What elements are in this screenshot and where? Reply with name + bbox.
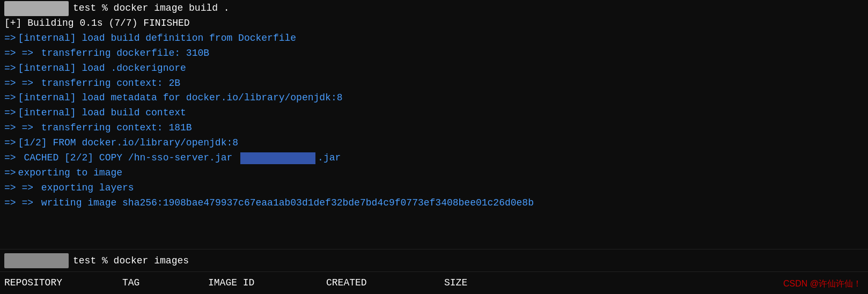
arrow-8: => bbox=[4, 136, 16, 151]
header-created: CREATED bbox=[326, 276, 444, 291]
copy-label: COPY /hn-sso-server.jar bbox=[99, 151, 238, 166]
arrow-1: => bbox=[4, 31, 16, 46]
step-content-6: [internal] load build context bbox=[18, 106, 186, 121]
header-image-id: IMAGE ID bbox=[208, 276, 326, 291]
step-content-1: [internal] load build definition from Do… bbox=[18, 31, 296, 46]
prompt-text-top: test % docker image build . bbox=[73, 1, 230, 16]
arrow-6: => bbox=[4, 106, 16, 121]
step-content-11: exporting layers bbox=[35, 181, 134, 196]
arrow-7: => => bbox=[4, 121, 33, 136]
cached-label: CACHED [2/2] bbox=[18, 151, 99, 166]
step-content-8: [1/2] FROM docker.io/library/openjdk:8 bbox=[18, 136, 238, 151]
terminal-window: test % docker image build . [+] Building… bbox=[0, 0, 868, 294]
arrow-5: => bbox=[4, 91, 16, 106]
line-step5: => [internal] load metadata for docker.i… bbox=[0, 91, 868, 106]
step-content-3: [internal] load .dockerignore bbox=[18, 61, 186, 76]
line-step6: => [internal] load build context bbox=[0, 106, 868, 121]
arrow-2: => => bbox=[4, 46, 33, 61]
bottom-prompt: test % docker images bbox=[73, 255, 189, 266]
step-content-7: transferring context: 181B bbox=[35, 121, 192, 136]
line-step1: => [internal] load build definition from… bbox=[0, 31, 868, 46]
arrow-3: => bbox=[4, 61, 16, 76]
arrow-11: => => bbox=[4, 181, 33, 196]
arrow-10: => bbox=[4, 166, 16, 181]
arrow-cached: => bbox=[4, 151, 16, 166]
building-status: [+] Building 0.1s (7/7) FINISHED bbox=[4, 16, 190, 31]
step-content-10: exporting to image bbox=[18, 166, 122, 181]
header-repository: REPOSITORY bbox=[4, 276, 122, 291]
header-tag: TAG bbox=[122, 276, 208, 291]
line-step2: => => transferring dockerfile: 310B bbox=[0, 46, 868, 61]
line-step12: => => writing image sha256:1908bae479937… bbox=[0, 196, 868, 211]
line-step3: => [internal] load .dockerignore bbox=[0, 61, 868, 76]
header-size: SIZE bbox=[444, 276, 530, 291]
arrow-12: => => bbox=[4, 196, 33, 211]
table-header-row: REPOSITORY TAG IMAGE ID CREATED SIZE bbox=[0, 271, 868, 294]
line-cached: => CACHED [2/2] COPY /hn-sso-server.jar … bbox=[0, 151, 868, 166]
step-content-5: [internal] load metadata for docker.io/l… bbox=[18, 91, 343, 106]
avatar-bottom bbox=[4, 253, 69, 268]
arrow-4: => => bbox=[4, 76, 33, 91]
redacted-path bbox=[240, 152, 315, 164]
step-content-4: transferring context: 2B bbox=[35, 76, 180, 91]
line-building: [+] Building 0.1s (7/7) FINISHED bbox=[0, 16, 868, 31]
line-step11: => => exporting layers bbox=[0, 181, 868, 196]
line-step10: => exporting to image bbox=[0, 166, 868, 181]
line-step4: => => transferring context: 2B bbox=[0, 76, 868, 91]
line-step8: => [1/2] FROM docker.io/library/openjdk:… bbox=[0, 136, 868, 151]
step-content-2: transferring dockerfile: 310B bbox=[35, 46, 209, 61]
step-content-12: writing image sha256:1908bae479937c67eaa… bbox=[35, 196, 534, 211]
avatar-top bbox=[4, 1, 69, 16]
bottom-bar: test % docker images bbox=[0, 249, 868, 271]
jar-suffix: .jar bbox=[318, 151, 341, 166]
csdn-watermark: CSDN @许仙许仙！ bbox=[783, 278, 862, 290]
line-prompt-top: test % docker image build . bbox=[0, 0, 868, 16]
line-step7: => => transferring context: 181B bbox=[0, 121, 868, 136]
